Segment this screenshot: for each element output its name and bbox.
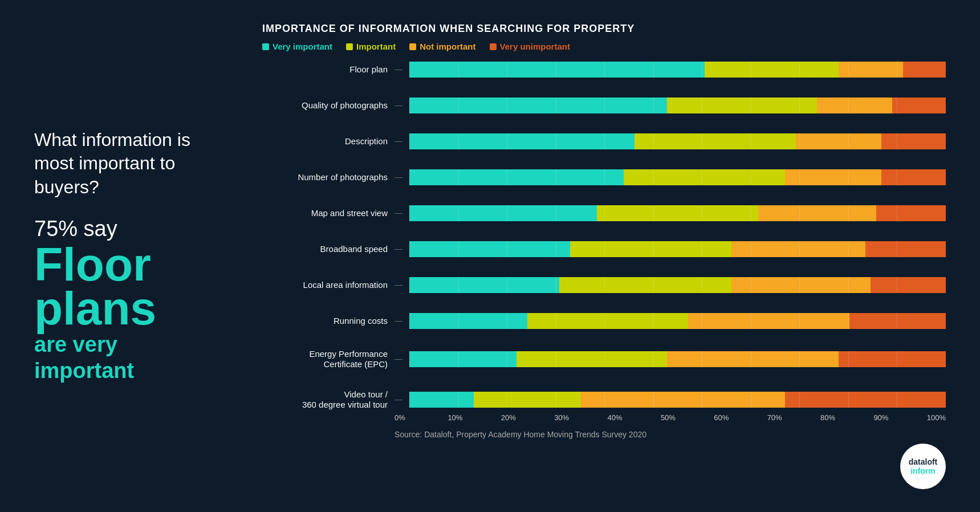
bars-wrapper: [409, 169, 946, 185]
logo-top: dataloft: [909, 457, 938, 466]
bar-segment: [409, 62, 705, 78]
bar-segment: [635, 133, 795, 149]
connector-line: [395, 249, 402, 250]
bar-segment: [409, 241, 570, 257]
bar-segment: [581, 392, 785, 408]
bar-segment: [409, 277, 559, 293]
bar-segment: [705, 62, 839, 78]
connector-line: [395, 141, 402, 142]
bar-segment: [871, 277, 946, 293]
x-axis-label: 40%: [608, 413, 661, 422]
chart-row: Quality of photographs: [262, 97, 946, 113]
bar-container: [409, 351, 946, 367]
question-text: What information is most important to bu…: [34, 128, 228, 200]
bar-segment: [881, 133, 946, 149]
bar-container: [409, 241, 946, 257]
chart-row: Floor plan: [262, 62, 946, 78]
connector-line: [395, 177, 402, 178]
bars-wrapper: [409, 205, 946, 221]
bar-segment: [796, 133, 882, 149]
main-container: What information is most important to bu…: [0, 0, 980, 512]
bars-wrapper: [409, 133, 946, 149]
bar-segment: [881, 169, 946, 185]
bar-segment: [903, 62, 946, 78]
bar-segment: [892, 97, 946, 113]
bar-segment: [409, 351, 517, 367]
bar-segment: [839, 62, 903, 78]
connector-line: [395, 321, 402, 322]
bar-segment: [409, 313, 527, 329]
row-label: Description: [262, 136, 388, 147]
connector-line: [395, 400, 402, 400]
row-label: Local area information: [262, 280, 388, 290]
legend-dot-important: [346, 43, 353, 50]
bar-segment: [731, 241, 865, 257]
bars-wrapper: [409, 97, 946, 113]
bars-wrapper: [409, 313, 946, 329]
bars-wrapper: [409, 351, 946, 367]
row-label: Number of photographs: [262, 172, 388, 182]
bar-segment: [785, 169, 881, 185]
bar-segment: [817, 97, 892, 113]
x-axis-label: 100%: [927, 413, 946, 422]
right-panel: IMPORTANCE OF INFORMATION WHEN SEARCHING…: [262, 23, 946, 489]
chart-row: Local area information: [262, 277, 946, 293]
bar-container: [409, 169, 946, 185]
row-label: Floor plan: [262, 64, 388, 75]
legend-label-very-unimportant: Very unimportant: [500, 42, 570, 51]
bar-segment: [409, 205, 597, 221]
chart-legend: Very important Important Not important V…: [262, 42, 946, 51]
chart-row: Description: [262, 133, 946, 149]
legend-dot-very-important: [262, 43, 269, 50]
left-panel: What information is most important to bu…: [34, 23, 239, 489]
chart-row: Running costs: [262, 313, 946, 329]
bar-segment: [409, 133, 635, 149]
bar-container: [409, 277, 946, 293]
highlight-line1: Floor: [34, 243, 228, 286]
bar-container: [409, 313, 946, 329]
bar-container: [409, 205, 946, 221]
chart-row: Video tour /360 degree virtual tour: [262, 389, 946, 410]
legend-dot-not-important: [409, 43, 416, 50]
bar-segment: [731, 277, 871, 293]
chart-rows: Floor planQuality of photographsDescript…: [262, 62, 946, 410]
percent-text: 75% say: [34, 217, 228, 241]
x-axis-label: 90%: [873, 413, 926, 422]
legend-label-very-important: Very important: [273, 42, 332, 51]
legend-very-unimportant: Very unimportant: [490, 42, 570, 51]
row-label: Running costs: [262, 316, 388, 326]
bar-container: [409, 133, 946, 149]
legend-label-important: Important: [356, 42, 396, 51]
bar-segment: [688, 313, 849, 329]
bar-segment: [876, 205, 946, 221]
chart-row: Map and street view: [262, 205, 946, 221]
connector-line: [395, 105, 402, 106]
bar-segment: [758, 205, 876, 221]
bar-segment: [839, 351, 946, 367]
bar-container: [409, 97, 946, 113]
bar-segment: [667, 97, 817, 113]
x-axis-label: 70%: [767, 413, 820, 422]
legend-label-not-important: Not important: [420, 42, 475, 51]
subtitle-text: are veryimportant: [34, 332, 228, 384]
bar-segment: [559, 277, 731, 293]
connector-line: [395, 213, 402, 214]
chart-row: Number of photographs: [262, 169, 946, 185]
bar-segment: [667, 351, 839, 367]
bar-segment: [409, 97, 667, 113]
connector-line: [395, 285, 402, 286]
legend-very-important: Very important: [262, 42, 332, 51]
bar-segment: [409, 169, 624, 185]
chart-row: Energy PerformanceCertificate (EPC): [262, 349, 946, 369]
bar-segment: [849, 313, 946, 329]
bar-segment: [409, 392, 474, 408]
logo-circle: dataloft inform: [900, 444, 946, 489]
logo-bottom: inform: [910, 466, 936, 476]
chart-title: IMPORTANCE OF INFORMATION WHEN SEARCHING…: [262, 23, 946, 35]
connector-line: [395, 70, 402, 70]
row-label: Energy PerformanceCertificate (EPC): [262, 349, 388, 369]
x-axis-label: 30%: [554, 413, 607, 422]
bar-segment: [785, 392, 946, 408]
bars-wrapper: [409, 277, 946, 293]
bar-segment: [624, 169, 784, 185]
